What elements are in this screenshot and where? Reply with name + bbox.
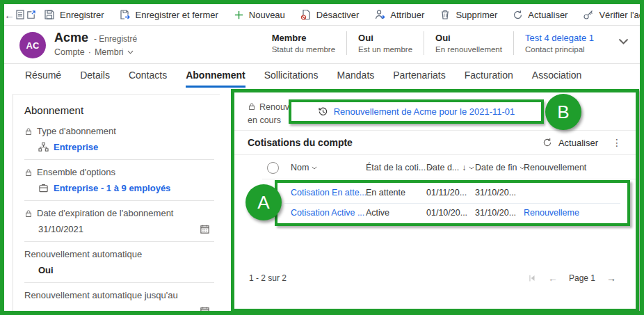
save-and-close-button[interactable]: Enregistrer et fermer xyxy=(112,4,226,25)
field-label-expiration: Date d'expiration de l'abonnement xyxy=(24,208,214,218)
key-icon xyxy=(583,9,594,20)
deactivate-icon xyxy=(300,9,312,20)
divider xyxy=(234,154,636,155)
first-page-button[interactable] xyxy=(527,273,537,283)
primary-contact-link[interactable]: Test 4 delegate 1 xyxy=(525,33,594,43)
field-label-option-set: Ensemble d'options xyxy=(24,167,214,177)
column-header-date-debut[interactable]: Date d... ↓ xyxy=(426,163,474,172)
lock-icon xyxy=(24,168,33,177)
tab-resume[interactable]: Résumé xyxy=(25,70,61,88)
field-value: Oui xyxy=(358,33,412,43)
column-label: Nom xyxy=(291,163,309,172)
avatar: AC xyxy=(19,32,46,58)
form-selector[interactable]: Membri xyxy=(95,47,124,57)
command-bar: ← Enregistrer Enregistrer et fermer Nouv… xyxy=(4,4,640,26)
check-access-label: Vérifier l'accès xyxy=(599,10,644,20)
record-state: - Enregistré xyxy=(94,34,137,44)
row-name-link[interactable]: Cotisation Active ... xyxy=(291,208,364,218)
column-header-nom[interactable]: Nom xyxy=(291,163,317,172)
refresh-button[interactable]: Actualiser xyxy=(505,4,575,25)
column-header-renouvellement[interactable]: Renouvellement xyxy=(524,163,586,172)
sort-descending-icon: ↓ xyxy=(462,163,466,172)
divider xyxy=(24,159,214,160)
field-label: Statut du membre xyxy=(272,45,335,54)
refresh-label: Actualiser xyxy=(558,138,598,148)
row-date-start: 01/10/20... xyxy=(426,208,467,218)
tab-details[interactable]: Details xyxy=(80,70,110,88)
tab-partenariats[interactable]: Partenariats xyxy=(393,70,445,88)
save-label: Enregistrer xyxy=(60,10,104,20)
package-icon xyxy=(38,183,49,193)
back-button[interactable]: ← xyxy=(4,4,15,25)
collapse-header-chevron-icon[interactable] xyxy=(618,38,629,45)
column-label: État de la coti... xyxy=(366,163,426,172)
page-indicator: Page 1 xyxy=(569,273,595,283)
tab-sollicitations[interactable]: Sollicitations xyxy=(264,70,319,88)
row-name-link[interactable]: Cotisation En atte... xyxy=(291,188,367,197)
subgrid-more-button[interactable]: ⋮ xyxy=(608,137,626,148)
lock-icon xyxy=(24,209,33,218)
previous-page-button[interactable]: ← xyxy=(548,273,558,284)
lock-icon xyxy=(248,102,256,111)
history-icon xyxy=(318,106,328,117)
annotation-circle-a: A xyxy=(245,184,282,220)
annotation-box-a: Cotisation En atte... En attente 01/11/2… xyxy=(275,180,630,226)
table-row[interactable]: Cotisation Active ... Active 01/10/20...… xyxy=(277,203,627,223)
label-text: Renouvellement automatique jusqu'au xyxy=(24,290,178,300)
header-field-member-status: Membre Statut du membre xyxy=(261,31,346,55)
subgrid-toolbar: Cotisations du compte Actualiser ⋮ xyxy=(234,131,636,154)
save-and-close-label: Enregistrer et fermer xyxy=(136,10,218,20)
calendar-icon[interactable] xyxy=(200,224,210,234)
divider xyxy=(24,200,214,201)
option-set-link[interactable]: Entreprise - 1 à 9 employés xyxy=(54,183,170,193)
divider xyxy=(24,241,214,242)
popout-button[interactable] xyxy=(26,4,36,25)
annotation-circle-b: B xyxy=(545,94,581,130)
subscription-type-link[interactable]: Entreprise xyxy=(54,142,98,152)
tab-bar: Résumé Details Contacts Abonnement Solli… xyxy=(25,67,581,88)
subgrid-title: Cotisations du compte xyxy=(248,137,353,148)
select-all-checkbox[interactable] xyxy=(267,162,279,174)
renewal-record-link[interactable]: Renouvellement de Acme pour le 2021-11-0… xyxy=(334,106,515,117)
tab-facturation[interactable]: Facturation xyxy=(465,70,513,88)
column-header-etat[interactable]: État de la coti... xyxy=(366,163,434,172)
popout-icon xyxy=(26,10,36,20)
refresh-icon xyxy=(542,138,552,147)
expiration-date-value[interactable]: 31/10/2021 xyxy=(38,224,83,234)
check-access-button[interactable]: Vérifier l'accès xyxy=(575,4,644,25)
label-text: Renouvellement automatique xyxy=(24,249,142,259)
table-row[interactable]: Cotisation En atte... En attente 01/11/2… xyxy=(277,183,627,203)
auto-renewal-value[interactable]: Oui xyxy=(38,265,54,275)
divider xyxy=(262,179,636,179)
save-button[interactable]: Enregistrer xyxy=(36,4,112,25)
column-label: Date de fin xyxy=(475,163,517,172)
back-icon: ← xyxy=(4,9,15,21)
tab-abonnement[interactable]: Abonnement xyxy=(186,70,245,88)
auto-renewal-until-value[interactable]: --- xyxy=(38,306,47,315)
divider xyxy=(24,282,214,283)
chevron-down-icon[interactable] xyxy=(127,50,134,54)
assign-button[interactable]: Attribuer xyxy=(367,4,432,25)
row-date-end: 31/10/20... xyxy=(475,188,516,197)
tab-association[interactable]: Association xyxy=(532,70,582,88)
new-button[interactable]: Nouveau xyxy=(226,4,293,25)
lock-icon xyxy=(24,127,33,136)
deactivate-button[interactable]: Désactiver xyxy=(293,4,367,25)
field-label: En renouvellement xyxy=(435,45,502,54)
delete-button[interactable]: Supprimer xyxy=(432,4,505,25)
subscription-section: Abonnement Type d'abonnement Entreprise … xyxy=(13,94,220,311)
field-label-auto-renewal-until: Renouvellement automatique jusqu'au xyxy=(24,290,214,300)
tab-contacts[interactable]: Contacts xyxy=(129,70,167,88)
next-page-button[interactable]: → xyxy=(606,273,616,284)
more-icon: ⋮ xyxy=(612,137,622,148)
row-renewal-link[interactable]: Renouvelleme xyxy=(524,208,579,218)
form-view-button[interactable] xyxy=(15,4,26,25)
field-label: Est un membre xyxy=(358,45,412,54)
calendar-icon[interactable] xyxy=(200,306,210,315)
label-text: Date d'expiration de l'abonnement xyxy=(37,208,174,218)
column-header-date-fin[interactable]: Date de fin xyxy=(475,163,525,172)
tab-mandats[interactable]: Mandats xyxy=(337,70,375,88)
assign-icon xyxy=(374,9,385,20)
subgrid-refresh-button[interactable]: Actualiser xyxy=(538,137,602,149)
row-status: Active xyxy=(366,208,389,218)
